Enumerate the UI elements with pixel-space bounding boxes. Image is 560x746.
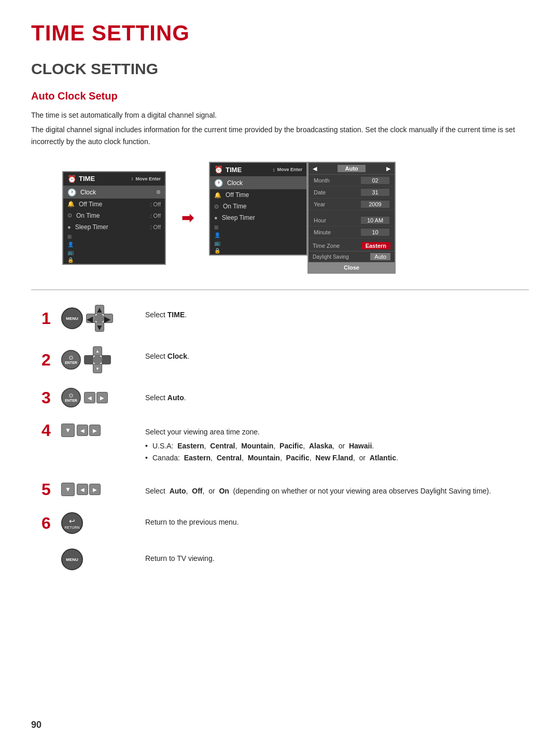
- arrow-between-menus: ➡: [181, 209, 193, 227]
- main-title: TIME SETTING: [31, 21, 529, 46]
- tv-menu-right-extra2: 👤: [210, 231, 306, 239]
- step-4-controls: 4 ▼ ◀ ▶: [41, 422, 135, 439]
- tv-menu-right-extra1: ⊞: [210, 223, 306, 231]
- tv-menu-right-offtime-row: 🔔 Off Time: [210, 189, 306, 201]
- screenshots-area: ⏰ TIME ↕ Move Enter 🕐 Clock ⚙ 🔔 Off Time…: [62, 162, 529, 274]
- step-2: 2 ENTER ▲ ▼ Select Clock.: [41, 346, 529, 373]
- nav-down-2[interactable]: ▼: [93, 364, 102, 373]
- tv-menu-right-title: TIME: [226, 166, 242, 174]
- down-arrow-5[interactable]: ▼: [61, 483, 75, 496]
- tv-menu-right-header: ⏰ TIME ↕ Move Enter: [210, 163, 306, 177]
- nav-up-1[interactable]: ▲: [95, 305, 104, 314]
- nav-down-1[interactable]: ▼: [95, 322, 104, 332]
- lr-arrows-4: ◀ ▶: [77, 425, 101, 436]
- year-value: 2009: [361, 201, 389, 208]
- right-arrow-5[interactable]: ▶: [89, 484, 101, 495]
- tv-menu-right-ontime-row: ⊙ On Time: [210, 201, 306, 212]
- month-value: 02: [361, 177, 389, 184]
- month-row: Month 02: [309, 175, 395, 187]
- tv-menu-left-extra1: ⊞: [63, 233, 165, 241]
- step-4-bullet-canada: Canada: Eastern, Central, Mountain, Paci…: [145, 452, 529, 465]
- nav-left-2: [84, 355, 93, 364]
- date-value: 31: [361, 189, 389, 196]
- tv-menu-right-nav-hint: ↕ Move Enter: [272, 167, 302, 173]
- down-arrow-4[interactable]: ▼: [61, 424, 75, 437]
- tv-menu-right: ⏰ TIME ↕ Move Enter 🕐 Clock 🔔 Off Time ⊙…: [209, 162, 307, 256]
- steps-container: 1 MENU ▲ ▼ ◀ ▶ Select TIME. 2: [41, 305, 529, 570]
- step-5: 5 ▼ ◀ ▶ Select Auto, Off, or On (dependi…: [41, 481, 529, 498]
- step-1-controls: 1 MENU ▲ ▼ ◀ ▶: [41, 305, 135, 332]
- step-1-buttons: MENU ▲ ▼ ◀ ▶: [61, 305, 113, 332]
- gap-row: [309, 210, 395, 215]
- step-2-controls: 2 ENTER ▲ ▼: [41, 346, 135, 373]
- step-1-number: 1: [41, 310, 56, 327]
- close-row: Close: [309, 262, 395, 273]
- menu-button-7[interactable]: MENU: [61, 548, 83, 570]
- lr-arrows-3: ◀ ▶: [84, 392, 108, 403]
- nav-up-2[interactable]: ▲: [93, 346, 102, 356]
- step-6-number: 6: [41, 515, 56, 531]
- nav-cross-1: ▲ ▼ ◀ ▶: [86, 305, 113, 332]
- tv-menu-left-extra3: 📺: [63, 248, 165, 256]
- enter-inner-dot: [69, 356, 73, 360]
- hour-value: 10 AM: [361, 217, 389, 224]
- step-6-text: Return to the previous menu.: [145, 512, 529, 528]
- minute-row: Minute 10: [309, 227, 395, 238]
- intro-line2: The digital channel signal includes info…: [31, 124, 529, 147]
- step-5-text: Select Auto, Off, or On (depending on wh…: [145, 481, 529, 497]
- step-3-controls: 3 ENTER ◀ ▶: [41, 388, 135, 407]
- auto-row: ◀ Auto ▶: [309, 163, 395, 175]
- tv-menu-left-sleep-row: ● Sleep Timer : Off: [63, 221, 165, 233]
- step-3-number: 3: [41, 389, 56, 406]
- left-arrow-4[interactable]: ◀: [77, 425, 88, 436]
- daylight-row: Daylight Saving Auto: [309, 251, 395, 262]
- step-4: 4 ▼ ◀ ▶ Select your viewing area time zo…: [41, 422, 529, 467]
- return-button[interactable]: ↩ RETURN: [61, 512, 83, 534]
- nav-right-1[interactable]: ▶: [104, 314, 113, 323]
- step-3: 3 ENTER ◀ ▶ Select Auto.: [41, 388, 529, 407]
- timezone-value: Eastern: [361, 242, 390, 249]
- tv-menu-right-area: ⏰ TIME ↕ Move Enter 🕐 Clock 🔔 Off Time ⊙…: [209, 162, 396, 274]
- right-arrow-4[interactable]: ▶: [89, 425, 101, 436]
- nav-cross-2: ▲ ▼: [84, 346, 111, 373]
- step-2-number: 2: [41, 351, 56, 368]
- enter-button-2[interactable]: ENTER: [61, 350, 81, 370]
- step-1: 1 MENU ▲ ▼ ◀ ▶ Select TIME.: [41, 305, 529, 332]
- tv-menu-right-clock-row: 🕐 Clock: [210, 177, 306, 189]
- timezone-label: Time Zone: [313, 243, 340, 249]
- intro-line1: The time is set automatically from a dig…: [31, 109, 529, 121]
- clock-detail-panel: ◀ Auto ▶ Month 02 Date 31 Year 2009: [307, 162, 396, 274]
- tv-menu-right-extra3: 📺: [210, 239, 306, 247]
- nav-center-1[interactable]: [95, 314, 104, 323]
- nav-right-2: [102, 355, 111, 364]
- step-4-bullet-usa: U.S.A: Eastern, Central, Mountain, Pacif…: [145, 440, 529, 453]
- step-4-buttons: ▼ ◀ ▶: [61, 424, 101, 437]
- nav-left-1[interactable]: ◀: [86, 314, 95, 323]
- step-3-text: Select Auto.: [145, 388, 529, 403]
- left-arrow-5[interactable]: ◀: [77, 484, 88, 495]
- right-arrow-3[interactable]: ▶: [96, 392, 108, 403]
- daylight-label: Daylight Saving: [313, 254, 348, 260]
- tv-menu-right-sleep-row: ● Sleep Timer: [210, 212, 306, 223]
- section-divider: [31, 289, 529, 290]
- enter-inner-dot-3: [69, 393, 73, 398]
- tv-menu-left-title: TIME: [79, 175, 95, 182]
- auto-value: Auto: [338, 165, 365, 172]
- step-7: 7 MENU Return to TV viewing.: [41, 548, 529, 570]
- timezone-row: Time Zone Eastern: [309, 241, 395, 251]
- hour-row: Hour 10 AM: [309, 215, 395, 227]
- subsection-title: Auto Clock Setup: [31, 90, 529, 102]
- step-5-number: 5: [41, 481, 56, 498]
- step-4-text: Select your viewing area time zone. U.S.…: [145, 422, 529, 467]
- tv-menu-left: ⏰ TIME ↕ Move Enter 🕐 Clock ⚙ 🔔 Off Time…: [62, 171, 166, 265]
- step-3-buttons: ENTER ◀ ▶: [61, 388, 108, 407]
- lr-arrows-5: ◀ ▶: [77, 484, 101, 495]
- step-5-controls: 5 ▼ ◀ ▶: [41, 481, 135, 498]
- tv-menu-left-clock-row: 🕐 Clock ⚙: [63, 186, 165, 199]
- enter-button-3[interactable]: ENTER: [61, 388, 81, 407]
- menu-button-1[interactable]: MENU: [61, 307, 83, 329]
- step-6-controls: 6 ↩ RETURN: [41, 512, 135, 534]
- page-number: 90: [31, 720, 41, 730]
- left-arrow-3[interactable]: ◀: [84, 392, 95, 403]
- step-5-buttons: ▼ ◀ ▶: [61, 483, 101, 496]
